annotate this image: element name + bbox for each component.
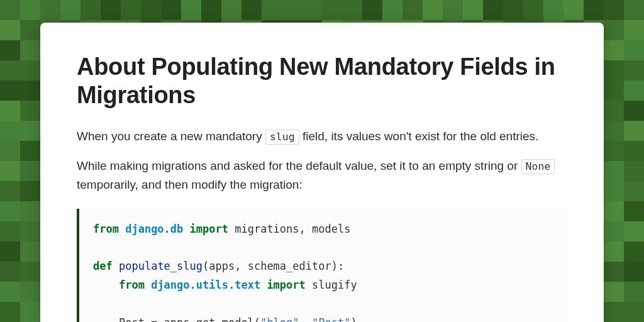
text: When you create a new mandatory <box>77 130 265 143</box>
code-block: from django.db import migrations, models… <box>77 209 567 322</box>
code-token: "Post" <box>312 316 350 322</box>
code-token <box>113 260 119 272</box>
code-token <box>93 279 119 291</box>
paragraph-1: When you create a new mandatory slug fie… <box>77 127 567 145</box>
code-token: , <box>299 316 312 322</box>
code-token: import <box>190 223 228 235</box>
text: While making migrations and asked for th… <box>77 159 521 172</box>
code-token: populate_slug <box>119 260 203 272</box>
code-token: (apps, schema_editor): <box>203 260 344 272</box>
code-token: from <box>93 223 119 235</box>
page-title: About Populating New Mandatory Fields in… <box>77 53 567 109</box>
inline-code-none: None <box>521 159 555 174</box>
code-token: from <box>119 279 145 291</box>
code-token: django.utils.text <box>145 279 267 291</box>
article-card: About Populating New Mandatory Fields in… <box>40 23 604 322</box>
code-token: def <box>93 260 113 272</box>
paragraph-2: While making migrations and asked for th… <box>77 157 567 194</box>
code-token: ) <box>350 316 357 322</box>
code-token: slugify <box>306 279 357 291</box>
code-token: migrations, models <box>228 223 350 235</box>
code-token: django.db <box>119 223 190 235</box>
code-token: "blog" <box>260 316 299 322</box>
text: temporarily, and then modify the migrati… <box>77 178 303 191</box>
inline-code-slug: slug <box>265 130 299 145</box>
text: field, its values won't exist for the ol… <box>299 130 539 143</box>
code-token: Post = apps.get_model( <box>93 316 260 322</box>
code-token: import <box>267 279 305 291</box>
